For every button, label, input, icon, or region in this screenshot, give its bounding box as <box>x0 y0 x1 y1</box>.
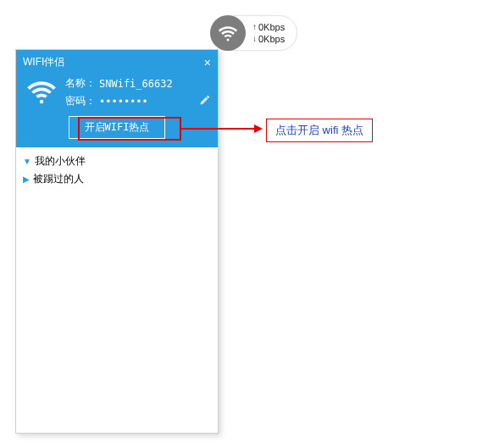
name-label: 名称： <box>65 76 96 91</box>
window-header: WIFI伴侣 × 名称： SNWifi_66632 密码： •••••••• <box>16 50 218 147</box>
window-title: WIFI伴侣 <box>23 55 64 69</box>
password-label: 密码： <box>65 94 96 108</box>
tree-label: 我的小伙伴 <box>35 154 86 169</box>
chevron-down-icon: ▼ <box>23 157 31 166</box>
upload-rate: ↑ 0Kbps <box>252 21 285 33</box>
arrow-up-icon: ↑ <box>252 21 257 33</box>
open-hotspot-button[interactable]: 开启WIFI热点 <box>69 116 166 139</box>
password-value: •••••••• <box>99 96 148 108</box>
speed-widget: ↑ 0Kbps ↓ 0Kbps <box>210 15 297 51</box>
wifi-companion-window: WIFI伴侣 × 名称： SNWifi_66632 密码： •••••••• <box>15 49 219 434</box>
name-value: SNWifi_66632 <box>99 78 173 90</box>
callout-arrow-head-icon <box>254 124 263 133</box>
download-rate: ↓ 0Kbps <box>252 33 285 45</box>
edit-icon[interactable] <box>199 94 211 108</box>
tree-item-friends[interactable]: ▼ 我的小伙伴 <box>21 152 213 170</box>
close-icon[interactable]: × <box>204 57 211 69</box>
wifi-icon <box>210 15 246 51</box>
download-value: 0Kbps <box>258 33 285 45</box>
callout-text: 点击开启 wifi 热点 <box>275 124 363 136</box>
callout-arrow-line <box>181 128 256 130</box>
upload-value: 0Kbps <box>258 21 285 33</box>
tree-label: 被踢过的人 <box>33 172 84 186</box>
callout-label: 点击开启 wifi 热点 <box>266 119 373 142</box>
tree-item-kicked[interactable]: ▶ 被踢过的人 <box>21 170 213 188</box>
chevron-right-icon: ▶ <box>23 174 30 184</box>
arrow-down-icon: ↓ <box>252 33 257 45</box>
window-body: ▼ 我的小伙伴 ▶ 被踢过的人 <box>16 147 218 433</box>
wifi-icon <box>26 76 57 109</box>
